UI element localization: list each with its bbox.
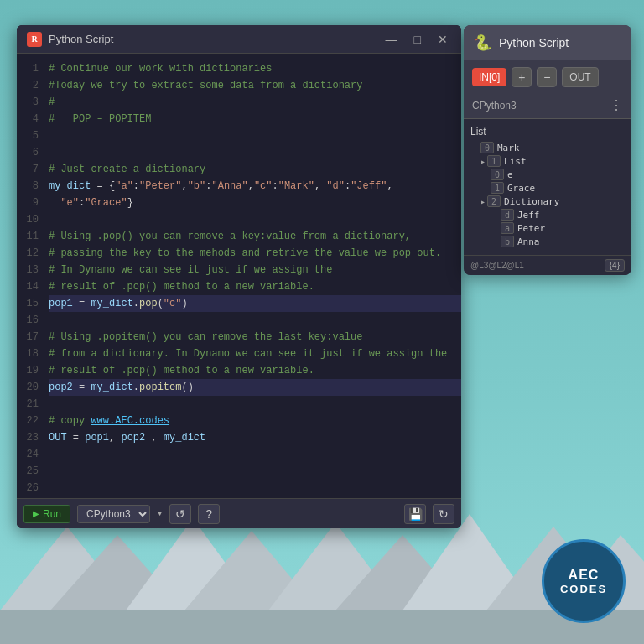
code-line: # from a dictionary. In Dynamo we can se… — [49, 345, 461, 362]
code-window: R Python Script — □ ✕ 123456789101112131… — [17, 25, 461, 528]
tree-item: 0e — [470, 168, 625, 181]
tree-label: List — [504, 156, 527, 167]
out-button[interactable]: OUT — [562, 67, 598, 87]
help-button[interactable]: ? — [198, 504, 220, 524]
panel-header: 🐍 Python Script — [464, 25, 631, 60]
code-line — [49, 127, 461, 144]
code-line: pop2 = my_dict.popitem() — [49, 379, 461, 396]
save-button[interactable]: 💾 — [404, 504, 426, 524]
remove-input-button[interactable]: − — [537, 67, 557, 87]
engine-label: CPython3 — [472, 100, 517, 112]
panel-engine-row: CPython3 ⋮ — [464, 94, 631, 119]
tree-label: Dictionary — [504, 196, 559, 207]
code-line — [49, 396, 461, 413]
code-line: # passing the key to the mehods and retr… — [49, 245, 461, 262]
run-icon: ▶ — [33, 509, 39, 518]
code-window-titlebar: R Python Script — □ ✕ — [17, 25, 461, 54]
aec-text: AEC — [569, 568, 600, 583]
tree-index: 0 — [491, 169, 504, 180]
tree-item: ▸ 1List — [470, 154, 625, 168]
tree-label: Mark — [497, 143, 520, 153]
code-line: # copy www.AEC.codes — [49, 413, 461, 429]
close-button[interactable]: ✕ — [434, 33, 451, 46]
tree-index: 1 — [491, 182, 504, 194]
footer-count: {4} — [605, 259, 625, 272]
output-header: List — [470, 126, 625, 138]
tree-index: b — [501, 236, 514, 247]
code-line: # — [49, 94, 461, 111]
panel-io-row: IN[0] + − OUT — [464, 60, 631, 94]
code-line — [49, 312, 461, 329]
tree-label: Jeff — [517, 210, 540, 221]
code-line: # Using .pop() you can remove a key:valu… — [49, 228, 461, 245]
aec-badge: AEC CODES — [542, 539, 626, 623]
code-line: # result of .pop() method to a new varia… — [49, 362, 461, 379]
code-line: pop1 = my_dict.pop("c") — [49, 295, 461, 312]
svg-rect-9 — [0, 610, 644, 644]
add-input-button[interactable]: + — [512, 67, 532, 87]
code-editor: 1234567891011121314151617181920212223242… — [17, 54, 461, 498]
minimize-button[interactable]: — — [382, 33, 401, 46]
tree-index: 1 — [487, 155, 501, 167]
tree-index: 2 — [487, 195, 501, 207]
code-line — [49, 480, 461, 496]
code-line — [49, 211, 461, 228]
run-label: Run — [43, 508, 61, 520]
tree-label: Peter — [517, 223, 545, 234]
window-title: Python Script — [49, 33, 376, 45]
tree-label: Anna — [517, 236, 540, 247]
code-line: # Continue our work with dictionaries — [49, 60, 461, 77]
engine-arrow-icon: ▾ — [157, 507, 163, 520]
tree-item: aPeter — [470, 221, 625, 235]
tree-item: bAnna — [470, 235, 625, 248]
code-line: # In Dynamo we can see it just if we ass… — [49, 262, 461, 278]
in-button[interactable]: IN[0] — [472, 68, 506, 86]
code-line: "e":"Grace"} — [49, 195, 461, 211]
tree-index: d — [501, 209, 514, 221]
python-panel: 🐍 Python Script IN[0] + − OUT CPython3 ⋮… — [464, 25, 631, 275]
titlebar-controls: — □ ✕ — [382, 33, 451, 46]
line-numbers: 1234567891011121314151617181920212223242… — [17, 54, 42, 498]
history-button[interactable]: ↺ — [169, 504, 191, 524]
code-line: # Just create a dictionary — [49, 161, 461, 178]
code-line: # Using .popitem() you can remove the la… — [49, 329, 461, 345]
refresh-button[interactable]: ↻ — [433, 504, 454, 524]
tree-item: ▸ 2Dictionary — [470, 195, 625, 208]
tree-item: 0Mark — [470, 141, 625, 154]
codes-text: CODES — [560, 583, 607, 595]
code-line — [49, 446, 461, 463]
panel-title: Python Script — [499, 36, 569, 49]
tree-index: 0 — [480, 142, 494, 153]
code-line: # POP – POPITEM — [49, 111, 461, 127]
code-line: OUT = pop1, pop2 , my_dict — [49, 429, 461, 446]
run-button[interactable]: ▶ Run — [23, 505, 70, 523]
tree-item: dJeff — [470, 208, 625, 221]
panel-menu-button[interactable]: ⋮ — [610, 97, 623, 113]
window-logo: R — [27, 32, 42, 47]
code-line: # result of .pop() method to a new varia… — [49, 278, 461, 295]
tree-label: Grace — [507, 183, 535, 194]
code-toolbar: ▶ Run CPython3 ▾ ↺ ? 💾 ↻ — [17, 498, 461, 528]
code-line — [49, 463, 461, 480]
panel-footer: @L3@L2@L1 {4} — [464, 255, 631, 275]
code-content[interactable]: # Continue our work with dictionaries#To… — [42, 54, 461, 498]
engine-select[interactable]: CPython3 — [77, 505, 150, 523]
tree-index: a — [501, 222, 514, 234]
tree-item: 1Grace — [470, 181, 625, 195]
footer-pos: @L3@L2@L1 — [470, 261, 524, 270]
code-line — [49, 144, 461, 161]
code-line: my_dict = {"a":"Peter","b":"Anna","c":"M… — [49, 178, 461, 195]
python-icon: 🐍 — [474, 34, 492, 52]
tree-label: e — [507, 169, 513, 180]
output-panel: List 0Mark▸ 1List0e1Grace▸ 2DictionarydJ… — [464, 119, 631, 255]
code-line: #Today we try to extract some data from … — [49, 77, 461, 94]
maximize-button[interactable]: □ — [411, 33, 424, 46]
